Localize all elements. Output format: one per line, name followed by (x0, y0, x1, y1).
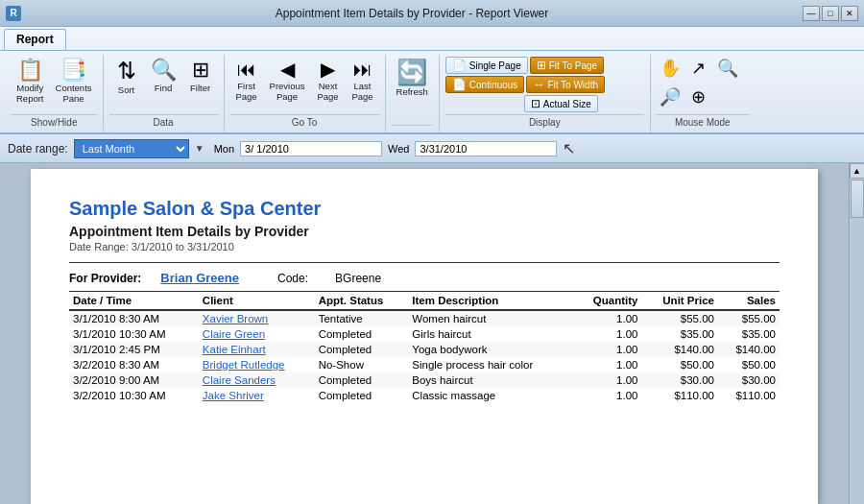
single-page-icon: 📄 (452, 59, 467, 72)
scroll-thumb[interactable] (851, 180, 864, 218)
mouse-mode-buttons: ✋ ↗ 🔍 🔎 ⊕ (657, 57, 749, 112)
contents-pane-button[interactable]: 📑 Contents Pane (51, 57, 97, 108)
cell-client[interactable]: Xavier Brown (199, 310, 315, 326)
start-day-label: Mon (214, 143, 234, 155)
zoom-select-button[interactable]: ⊕ (685, 85, 712, 108)
table-row: 3/2/2010 8:30 AM Bridget Rutledge No-Sho… (69, 357, 780, 372)
report-daterange: Date Range: 3/1/2010 to 3/31/2010 (69, 241, 780, 252)
scroll-up-button[interactable]: ▲ (850, 163, 865, 179)
sort-button[interactable]: ⇅ Sort (109, 57, 144, 98)
cell-datetime: 3/2/2010 8:30 AM (69, 357, 199, 372)
cell-status: Completed (315, 342, 409, 357)
report-scroll-container[interactable]: Sample Salon & Spa Center Appointment It… (0, 163, 849, 504)
next-page-icon: ▶ (321, 60, 335, 79)
display-row-1: 📄 Single Page ⊞ Fit To Page (445, 57, 644, 74)
continuous-button[interactable]: 📄 Continuous (445, 76, 525, 93)
find-icon: 🔍 (151, 60, 177, 81)
find-button[interactable]: 🔍 Find (146, 57, 181, 96)
cell-client[interactable]: Katie Einhart (199, 342, 315, 357)
fit-to-page-button[interactable]: ⊞ Fit To Page (530, 57, 604, 74)
cell-unit-price: $55.00 (641, 310, 718, 326)
tab-report[interactable]: Report (4, 29, 66, 50)
col-unit-price: Unit Price (641, 292, 718, 311)
cell-client[interactable]: Claire Sanders (199, 372, 315, 388)
continuous-icon: 📄 (452, 78, 467, 91)
close-button[interactable]: ✕ (841, 6, 858, 21)
next-page-button[interactable]: ▶ Next Page (312, 57, 345, 106)
actual-size-button[interactable]: ⊡ Actual Size (524, 95, 598, 112)
cell-client[interactable]: Jake Shriver (199, 388, 315, 403)
fit-to-width-button[interactable]: ↔ Fit To Width (526, 76, 605, 93)
window-controls: — □ ✕ (803, 6, 858, 21)
zoom-in-button[interactable]: 🔍 (714, 57, 741, 80)
first-page-button[interactable]: ⏮ First Page (230, 57, 263, 106)
cell-status: Tentative (315, 310, 409, 326)
cell-datetime: 3/1/2010 10:30 AM (69, 326, 199, 342)
select-tool-button[interactable]: ↗ (685, 57, 712, 80)
client-link[interactable]: Claire Green (203, 328, 265, 340)
cell-description: Single process hair color (408, 357, 574, 372)
goto-buttons: ⏮ First Page ◀ Previous Page ▶ Next Page… (230, 57, 379, 112)
minimize-button[interactable]: — (803, 6, 820, 21)
report-page: Sample Salon & Spa Center Appointment It… (31, 169, 818, 504)
provider-name[interactable]: Brian Greene (160, 271, 239, 285)
cell-sales: $30.00 (718, 372, 780, 388)
col-description: Item Description (408, 292, 574, 311)
prev-page-button[interactable]: ◀ Previous Page (265, 57, 310, 106)
date-range-label: Date range: (8, 142, 68, 156)
client-link[interactable]: Xavier Brown (203, 313, 268, 324)
display-row-2: 📄 Continuous ↔ Fit To Width (445, 76, 644, 93)
group-data: ⇅ Sort 🔍 Find ⊞ Filter Data (104, 55, 225, 132)
modify-report-label: Modify Report (16, 83, 44, 105)
table-row: 3/2/2010 9:00 AM Claire Sanders Complete… (69, 372, 780, 388)
modify-report-icon: 📋 (17, 60, 43, 81)
table-row: 3/1/2010 10:30 AM Claire Green Completed… (69, 326, 780, 342)
cell-sales: $50.00 (718, 357, 780, 372)
hand-tool-button[interactable]: ✋ (657, 57, 684, 80)
report-title: Sample Salon & Spa Center (69, 198, 780, 220)
scroll-track[interactable] (851, 180, 864, 504)
cell-datetime: 3/1/2010 8:30 AM (69, 310, 199, 326)
end-date-input[interactable] (415, 141, 557, 156)
cell-client[interactable]: Bridget Rutledge (199, 357, 315, 372)
client-link[interactable]: Jake Shriver (203, 390, 264, 401)
refresh-button[interactable]: 🔄 Refresh (392, 57, 433, 100)
cell-datetime: 3/2/2010 9:00 AM (69, 372, 199, 388)
table-row: 3/1/2010 2:45 PM Katie Einhart Completed… (69, 342, 780, 357)
report-area: Sample Salon & Spa Center Appointment It… (0, 163, 864, 504)
fit-to-width-label: Fit To Width (547, 80, 598, 90)
cell-client[interactable]: Claire Green (199, 326, 315, 342)
single-page-label: Single Page (469, 60, 521, 71)
actual-size-label: Actual Size (543, 99, 591, 109)
filter-button[interactable]: ⊞ Filter (183, 57, 218, 96)
fit-to-page-icon: ⊞ (537, 59, 546, 72)
cell-description: Girls haircut (408, 326, 574, 342)
cell-status: Completed (315, 372, 409, 388)
cell-unit-price: $110.00 (641, 388, 718, 403)
date-picker-arrow: ▼ (195, 143, 204, 154)
last-page-button[interactable]: ⏭ Last Page (347, 57, 379, 106)
contents-pane-icon: 📑 (60, 60, 86, 81)
client-link[interactable]: Katie Einhart (203, 344, 266, 355)
select-tool-icon: ↗ (691, 60, 706, 77)
actual-size-icon: ⊡ (531, 97, 540, 110)
start-date-input[interactable] (240, 141, 382, 156)
client-link[interactable]: Bridget Rutledge (203, 359, 285, 371)
client-link[interactable]: Claire Sanders (203, 374, 276, 386)
cursor-pointer: ↖ (563, 139, 575, 157)
hand-tool-icon: ✋ (660, 60, 681, 77)
zoom-out-button[interactable]: 🔎 (657, 85, 684, 108)
modify-report-button[interactable]: 📋 Modify Report (12, 57, 49, 108)
next-page-label: Next Page (317, 81, 338, 103)
window-title: Appointment Item Details by Provider - R… (276, 7, 549, 20)
ribbon: Report 📋 Modify Report 📑 Contents Pane S… (0, 27, 864, 134)
app-icon: R (6, 6, 21, 21)
single-page-button[interactable]: 📄 Single Page (445, 57, 528, 74)
group-mouse-mode: ✋ ↗ 🔍 🔎 ⊕ Mouse Mode (651, 55, 755, 132)
prev-page-label: Previous Page (270, 81, 305, 103)
refresh-buttons: 🔄 Refresh (392, 57, 433, 123)
sort-label: Sort (118, 84, 134, 95)
date-range-select[interactable]: Last Month (74, 139, 189, 158)
maximize-button[interactable]: □ (822, 6, 839, 21)
cell-status: Completed (315, 326, 409, 342)
